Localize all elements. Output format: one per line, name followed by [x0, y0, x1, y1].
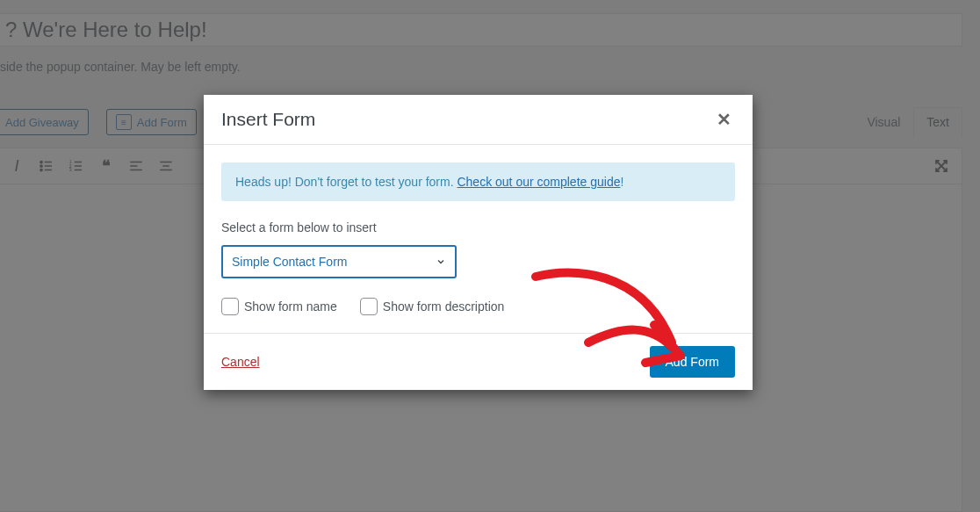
checkbox-options-row: Show form name Show form description: [221, 298, 735, 315]
modal-title: Insert Form: [221, 109, 315, 130]
show-form-name-checkbox[interactable]: [221, 298, 239, 315]
form-select-value: Simple Contact Form: [232, 255, 347, 269]
show-form-desc-checkbox[interactable]: [360, 298, 378, 315]
alert-prefix: Heads up! Don't forget to test your form…: [235, 175, 457, 189]
alert-suffix: !: [620, 175, 623, 189]
insert-form-modal: Insert Form ✕ Heads up! Don't forget to …: [204, 95, 753, 390]
show-form-desc-group: Show form description: [360, 298, 505, 315]
select-form-label: Select a form below to insert: [221, 220, 735, 234]
modal-header: Insert Form ✕: [204, 95, 753, 145]
info-alert: Heads up! Don't forget to test your form…: [221, 162, 735, 201]
show-form-desc-label: Show form description: [383, 299, 505, 314]
modal-footer: Cancel Add Form: [204, 333, 753, 390]
chevron-down-icon: [436, 256, 446, 267]
close-icon[interactable]: ✕: [713, 105, 735, 133]
show-form-name-label: Show form name: [244, 299, 337, 314]
add-form-button[interactable]: Add Form: [650, 346, 735, 378]
cancel-button[interactable]: Cancel: [221, 355, 260, 369]
form-select-dropdown[interactable]: Simple Contact Form: [221, 245, 457, 278]
modal-body: Heads up! Don't forget to test your form…: [204, 145, 753, 333]
show-form-name-group: Show form name: [221, 298, 337, 315]
guide-link[interactable]: Check out our complete guide: [457, 175, 620, 189]
